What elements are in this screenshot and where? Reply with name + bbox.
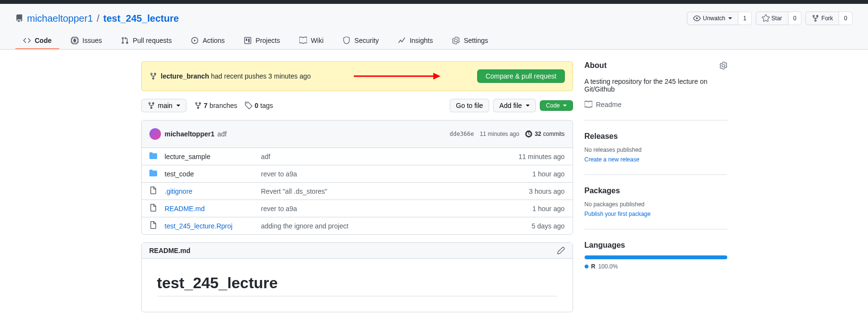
branch-icon [194, 102, 202, 109]
svg-point-7 [246, 103, 247, 104]
file-link[interactable]: test_code [165, 170, 194, 178]
eye-icon [693, 14, 701, 22]
file-row: test_245_lecture.Rproj adding the ignore… [142, 217, 573, 234]
commit-message[interactable]: adf [217, 130, 227, 138]
fork-count[interactable]: 0 [839, 12, 853, 25]
tab-pr-label: Pull requests [133, 37, 172, 44]
fork-icon [812, 14, 819, 22]
latest-commit-header: michaeltopper1 adf dde366e 11 minutes ag… [142, 120, 573, 148]
readme-box: README.md test_245_lecture [141, 242, 573, 312]
about-description: A testing repository for the 245 lecture… [585, 78, 727, 93]
publish-package-link[interactable]: Publish your first package [585, 211, 651, 217]
compare-pull-request-button[interactable]: Compare & pull request [477, 69, 564, 83]
code-download-button[interactable]: Code [540, 100, 573, 111]
shield-icon [343, 37, 350, 44]
readme-filename[interactable]: README.md [149, 247, 191, 254]
commits-label: commits [543, 131, 565, 137]
commits-link[interactable]: 32 commits [525, 130, 564, 138]
tab-insights[interactable]: Insights [390, 33, 441, 49]
file-commit-msg[interactable]: rever to a9a [261, 205, 533, 213]
commit-sha-link[interactable]: dde366e [450, 131, 474, 137]
language-color-dot [585, 265, 588, 268]
owner-link[interactable]: michaeltopper1 [27, 13, 93, 24]
packages-title[interactable]: Packages [585, 187, 727, 195]
file-commit-msg[interactable]: adf [261, 153, 519, 160]
tab-projects[interactable]: Projects [236, 33, 288, 49]
tab-wiki[interactable]: Wiki [292, 33, 331, 49]
actions-icon [191, 37, 199, 44]
commits-count: 32 [534, 131, 541, 137]
file-link[interactable]: test_245_lecture.Rproj [165, 222, 233, 230]
readme-heading: test_245_lecture [157, 274, 557, 296]
add-file-label: Add file [499, 102, 522, 109]
language-item[interactable]: R 100.0% [585, 263, 727, 270]
window-top-bar [0, 0, 868, 4]
tab-code[interactable]: Code [15, 33, 59, 49]
packages-section: Packages No packages published Publish y… [585, 187, 727, 229]
repo-title: michaeltopper1 / test_245_lecture [15, 13, 179, 24]
svg-rect-2 [245, 38, 251, 44]
caret-down-icon [176, 105, 180, 107]
tags-link[interactable]: 0 tags [245, 102, 273, 109]
issues-icon [71, 37, 79, 44]
svg-rect-3 [246, 39, 247, 41]
file-commit-msg[interactable]: Revert "all .ds_stores" [261, 187, 529, 195]
insights-icon [398, 37, 406, 44]
book-icon [585, 101, 592, 108]
file-commit-msg[interactable]: adding the ignore and project [261, 222, 532, 230]
star-button[interactable]: Star [756, 12, 788, 25]
fork-button[interactable]: Fork [805, 12, 839, 25]
tab-actions-label: Actions [202, 37, 225, 44]
create-release-link[interactable]: Create a new release [585, 156, 640, 163]
file-commit-msg[interactable]: rever to a9a [261, 170, 533, 178]
tab-actions[interactable]: Actions [183, 33, 232, 49]
unwatch-button[interactable]: Unwatch [687, 12, 738, 25]
tab-issues[interactable]: Issues [63, 33, 109, 49]
branches-link[interactable]: 7 branches [194, 102, 237, 109]
branch-selector-button[interactable]: main [141, 99, 187, 112]
commit-time: 11 minutes ago [480, 131, 519, 137]
tab-pull-requests[interactable]: Pull requests [113, 33, 179, 49]
branch-selector-label: main [158, 102, 173, 109]
tab-settings[interactable]: Settings [444, 33, 496, 49]
file-row: lecture_sample adf 11 minutes ago [142, 148, 573, 165]
code-icon [23, 37, 31, 44]
pencil-icon[interactable] [557, 247, 565, 254]
about-section: About A testing repository for the 245 l… [585, 61, 727, 120]
file-link[interactable]: lecture_sample [165, 153, 211, 160]
file-nav: main 7 branches 0 tags Go to file Add fi… [141, 99, 573, 112]
tab-code-label: Code [35, 37, 52, 44]
file-link[interactable]: README.md [165, 205, 205, 213]
branches-count: 7 [204, 102, 208, 109]
repo-name-link[interactable]: test_245_lecture [103, 13, 179, 24]
flash-branch-name: lecture_branch [161, 72, 209, 80]
pull-request-icon [121, 37, 129, 44]
file-row: test_code rever to a9a 1 hour ago [142, 165, 573, 183]
readme-link-label: Readme [596, 101, 622, 108]
packages-none: No packages published [585, 201, 727, 208]
readme-link[interactable]: Readme [585, 101, 727, 108]
commit-author-link[interactable]: michaeltopper1 [165, 130, 214, 138]
go-to-file-button[interactable]: Go to file [450, 99, 489, 112]
gear-icon[interactable] [720, 62, 727, 69]
add-file-button[interactable]: Add file [493, 99, 536, 112]
watch-count[interactable]: 1 [738, 12, 752, 25]
gear-icon [452, 37, 460, 44]
svg-point-0 [73, 39, 76, 42]
file-link[interactable]: .gitignore [165, 187, 193, 195]
recent-push-flash: lecture_branch had recent pushes 3 minut… [141, 61, 573, 91]
branch-icon [149, 72, 157, 80]
slash-separator: / [97, 13, 100, 24]
star-count[interactable]: 0 [788, 12, 802, 25]
repo-icon [15, 14, 23, 22]
language-percent: 100.0% [598, 263, 618, 270]
tab-wiki-label: Wiki [311, 37, 323, 44]
avatar[interactable] [149, 128, 161, 140]
tag-icon [245, 102, 253, 109]
releases-title[interactable]: Releases [585, 132, 727, 141]
tab-settings-label: Settings [464, 37, 488, 44]
folder-icon [149, 169, 157, 178]
file-icon [149, 204, 157, 213]
file-time: 3 hours ago [529, 187, 565, 195]
tab-security[interactable]: Security [335, 33, 387, 49]
